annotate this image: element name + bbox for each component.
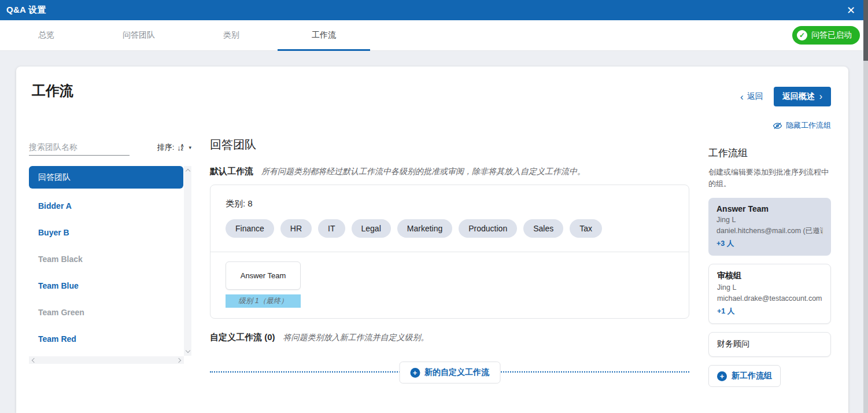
eye-off-icon (773, 122, 782, 130)
sort-label: 排序: (157, 142, 175, 153)
default-workflow-card: 类别: 8 Finance HR IT Legal Marketing Prod… (210, 185, 689, 319)
tab-qa-teams[interactable]: 问答团队 (93, 20, 185, 50)
default-workflow-description: 所有问题类别都将经过默认工作流中各级别的批准或审阅，除非将其放入自定义工作流中。 (261, 167, 585, 177)
categories-section: 类别: 8 Finance HR IT Legal Marketing Prod… (210, 185, 689, 252)
categories-count-line: 类别: 8 (226, 198, 674, 209)
plus-icon: + (410, 368, 420, 378)
back-to-overview-label: 返回概述 (782, 91, 815, 102)
tab-overview[interactable]: 总览 (0, 20, 93, 50)
page-scrollbar-thumb[interactable] (863, 0, 868, 61)
team-item-team-blue[interactable]: Team Blue (29, 272, 183, 299)
level-team-card[interactable]: Answer Team (226, 261, 301, 290)
team-list-panel: 排序: ↓ A Z ▾ 回答团队 Bidder A Buyer B Team B… (29, 140, 191, 364)
scroll-right-icon[interactable] (176, 357, 181, 362)
hide-workflow-groups-label: 隐藏工作流组 (786, 120, 831, 131)
team-item-team-green[interactable]: Team Green (29, 299, 183, 326)
close-icon[interactable]: ✕ (847, 5, 855, 16)
check-icon: ✓ (797, 30, 807, 40)
custom-workflow-label: 自定义工作流 (0) (210, 332, 275, 343)
default-workflow-label: 默认工作流 (210, 166, 253, 177)
selected-team-title: 回答团队 (210, 137, 689, 153)
workflow-panel: 工作流 ‹ 返回 返回概述 › 隐藏工作流组 排序: ↓ A (16, 67, 848, 413)
team-item-team-black[interactable]: Team Black (29, 246, 183, 272)
new-custom-workflow-label: 新的自定义工作流 (424, 367, 489, 378)
team-item-team-red[interactable]: Team Red (29, 326, 183, 352)
back-link[interactable]: ‹ 返回 (740, 91, 763, 102)
qa-enabled-badge: ✓ 问答已启动 (792, 26, 860, 45)
chip-sales[interactable]: Sales (523, 219, 563, 238)
custom-workflow-header: 自定义工作流 (0) 将问题类别放入新工作流并自定义级别。 (210, 332, 689, 343)
page-scrollbar[interactable] (863, 0, 868, 413)
group-more-members-link[interactable]: +3 人 (716, 239, 823, 249)
vertical-scrollbar[interactable] (184, 166, 191, 356)
team-item-bidder-a[interactable]: Bidder A (29, 193, 183, 219)
levels-section: Answer Team 级别 1（最终） (210, 252, 689, 318)
chip-marketing[interactable]: Marketing (397, 219, 452, 238)
group-card-review-group[interactable]: 审核组 Jing L michael.drake@testaccount.com… (708, 264, 831, 324)
new-workflow-group-label: 新工作流组 (732, 371, 772, 381)
workflow-detail: 回答团队 默认工作流 所有问题类别都将经过默认工作流中各级别的批准或审阅，除非将… (210, 137, 689, 373)
dialog-titlebar: Q&A 设置 ✕ (0, 0, 868, 20)
dialog-title: Q&A 设置 (6, 5, 46, 16)
new-workflow-group-button[interactable]: + 新工作流组 (708, 365, 781, 387)
caret-down-icon: ▾ (189, 145, 191, 150)
chip-production[interactable]: Production (459, 219, 517, 238)
group-member-email: daniel.hitchens@mail.com (已邀请) (716, 226, 823, 236)
new-workflow-dropzone: + 新的自定义工作流 (210, 371, 689, 373)
level-1-final-bar: 级别 1（最终） (226, 294, 301, 308)
new-custom-workflow-button[interactable]: + 新的自定义工作流 (399, 362, 500, 384)
chip-tax[interactable]: Tax (570, 219, 602, 238)
sort-control[interactable]: 排序: ↓ A Z ▾ (157, 142, 191, 156)
tab-workflow[interactable]: 工作流 (278, 20, 370, 50)
group-member-email: michael.drake@testaccount.com (已... (717, 294, 822, 304)
group-owner: Jing L (717, 283, 822, 292)
group-name: Answer Team (716, 204, 823, 213)
category-chips: Finance HR IT Legal Marketing Production… (226, 219, 674, 238)
team-list: 回答团队 Bidder A Buyer B Team Black Team Bl… (29, 166, 191, 364)
workflow-groups-title: 工作流组 (708, 146, 831, 160)
sort-az-icon: ↓ A Z (177, 144, 183, 152)
plus-icon: + (717, 371, 727, 381)
page-title: 工作流 (32, 82, 73, 100)
team-item-buyer-b[interactable]: Buyer B (29, 219, 183, 246)
workflow-groups-description: 创建或编辑要添加到批准序列流程中的组。 (708, 167, 831, 190)
chip-hr[interactable]: HR (280, 219, 312, 238)
tab-bar: 总览 问答团队 类别 工作流 ✓ 问答已启动 (0, 20, 868, 51)
scroll-down-icon[interactable] (185, 348, 190, 353)
chip-finance[interactable]: Finance (226, 219, 274, 238)
hide-workflow-groups-link[interactable]: 隐藏工作流组 (773, 120, 831, 131)
top-actions: ‹ 返回 返回概述 › (740, 87, 831, 106)
workflow-groups-panel: 工作流组 创建或编辑要添加到批准序列流程中的组。 Answer Team Jin… (708, 146, 831, 387)
group-card-finance-advisor[interactable]: 财务顾问 (708, 332, 831, 357)
qa-enabled-label: 问答已启动 (811, 30, 852, 40)
categories-label: 类别: (226, 198, 245, 208)
categories-count: 8 (248, 198, 252, 208)
group-more-members-link[interactable]: +1 人 (717, 307, 822, 316)
custom-workflow-description: 将问题类别放入新工作流并自定义级别。 (283, 333, 429, 343)
search-team-input[interactable] (29, 140, 130, 156)
tab-categories[interactable]: 类别 (185, 20, 278, 50)
chevron-left-icon: ‹ (740, 92, 744, 102)
team-search-row: 排序: ↓ A Z ▾ (29, 140, 191, 156)
chevron-right-icon: › (819, 91, 822, 102)
group-card-answer-team[interactable]: Answer Team Jing L daniel.hitchens@mail.… (708, 198, 831, 256)
default-workflow-header: 默认工作流 所有问题类别都将经过默认工作流中各级别的批准或审阅，除非将其放入自定… (210, 166, 689, 177)
chip-it[interactable]: IT (318, 219, 345, 238)
back-link-label: 返回 (747, 91, 763, 102)
team-item-answer-team[interactable]: 回答团队 (29, 166, 183, 189)
back-to-overview-button[interactable]: 返回概述 › (774, 87, 831, 106)
horizontal-scrollbar[interactable] (29, 356, 184, 364)
scroll-left-icon[interactable] (32, 357, 36, 362)
chip-legal[interactable]: Legal (352, 219, 391, 238)
group-name: 财务顾问 (717, 339, 822, 349)
group-owner: Jing L (716, 216, 823, 224)
scroll-up-icon[interactable] (185, 169, 190, 174)
group-name: 审核组 (717, 271, 822, 281)
